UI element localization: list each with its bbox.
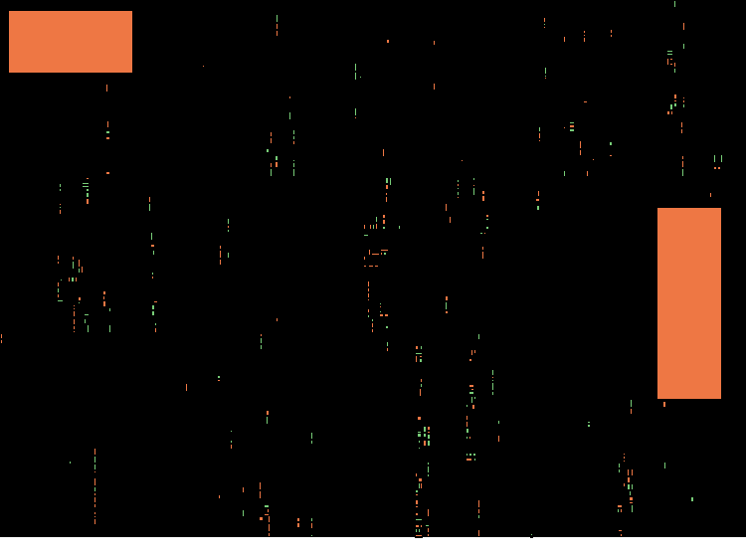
treemap-cell[interactable] <box>356 177 358 333</box>
treemap-cell[interactable] <box>219 397 221 411</box>
treemap-cell[interactable] <box>733 0 735 177</box>
treemap-cell[interactable] <box>535 0 537 177</box>
treemap-cell[interactable] <box>188 0 190 177</box>
treemap-cell[interactable] <box>219 475 221 485</box>
treemap-cell[interactable] <box>467 333 469 358</box>
treemap-cell[interactable] <box>250 0 252 177</box>
treemap-cell[interactable] <box>656 207 722 400</box>
treemap-cell[interactable] <box>424 447 426 508</box>
treemap-cell[interactable] <box>243 517 245 537</box>
treemap-cell[interactable] <box>453 333 455 537</box>
treemap-cell[interactable] <box>219 425 221 443</box>
treemap-cell[interactable] <box>474 499 476 537</box>
treemap-cell[interactable] <box>601 177 603 333</box>
treemap-cell[interactable] <box>81 239 83 248</box>
treemap-cell[interactable] <box>343 177 345 333</box>
treemap-cell[interactable] <box>415 536 423 538</box>
treemap-cell[interactable] <box>645 0 647 177</box>
treemap-cell[interactable] <box>702 0 704 104</box>
treemap-cell[interactable] <box>57 318 64 320</box>
treemap-cell[interactable] <box>279 0 280 177</box>
treemap-cell[interactable] <box>219 499 221 506</box>
treemap-cell[interactable] <box>376 333 378 537</box>
treemap-cell[interactable] <box>666 452 668 537</box>
treemap-cell[interactable] <box>219 356 221 375</box>
treemap-cell[interactable] <box>552 333 554 537</box>
treemap-cell[interactable] <box>81 311 83 333</box>
treemap-cell[interactable] <box>219 485 221 492</box>
treemap-cell[interactable] <box>242 486 245 493</box>
treemap-cell[interactable] <box>219 506 221 515</box>
treemap-cell[interactable] <box>730 333 732 537</box>
treemap-cell[interactable] <box>323 333 325 537</box>
footer-whitespace <box>0 537 746 560</box>
treemap-cell[interactable] <box>252 333 254 537</box>
treemap-cell[interactable] <box>466 445 480 447</box>
treemap-cell[interactable] <box>242 509 245 517</box>
treemap-visualization[interactable] <box>0 0 746 537</box>
treemap-cell[interactable] <box>627 464 634 466</box>
treemap-cell[interactable] <box>219 383 221 396</box>
treemap-cell[interactable] <box>715 82 717 154</box>
treemap-cell[interactable] <box>467 466 469 500</box>
treemap-cell[interactable] <box>608 177 610 333</box>
treemap-cell[interactable] <box>139 177 141 333</box>
treemap-cell[interactable] <box>597 333 599 537</box>
treemap-cell[interactable] <box>409 333 411 537</box>
treemap-cell[interactable] <box>8 10 133 74</box>
